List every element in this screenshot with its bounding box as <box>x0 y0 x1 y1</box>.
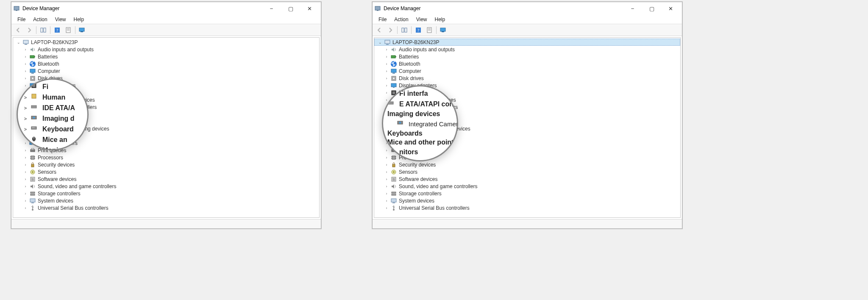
maximize-button[interactable]: ▢ <box>281 2 300 15</box>
show-hide-console-button[interactable] <box>38 25 48 35</box>
tree-item[interactable]: ›Imaging devices <box>13 111 319 118</box>
close-button[interactable]: ✕ <box>300 2 319 15</box>
tree-item[interactable]: ›Sound, video and game controllers <box>374 183 680 190</box>
tree-item[interactable]: ›Audio inputs and outputs <box>374 46 680 53</box>
chevron-right-icon[interactable]: › <box>384 169 389 175</box>
tree-item[interactable]: ›Monitors <box>374 132 680 139</box>
device-tree[interactable]: ⌄LAPTOP-B26KN23P›Audio inputs and output… <box>13 37 320 218</box>
chevron-right-icon[interactable]: › <box>22 162 28 168</box>
tree-item[interactable]: ›IDE ATA/ATAPI controllers <box>13 103 319 111</box>
chevron-right-icon[interactable]: › <box>384 119 389 125</box>
chevron-right-icon[interactable]: › <box>22 47 28 53</box>
tree-root[interactable]: ⌄LAPTOP-B26KN23P <box>13 39 319 46</box>
chevron-right-icon[interactable]: › <box>22 83 28 89</box>
forward-button[interactable] <box>24 25 34 35</box>
close-button[interactable]: ✕ <box>661 2 680 15</box>
chevron-right-icon[interactable]: › <box>22 183 28 189</box>
chevron-right-icon[interactable]: › <box>22 205 28 211</box>
menu-file[interactable]: File <box>375 16 390 23</box>
menu-view[interactable]: View <box>52 16 70 23</box>
menu-help[interactable]: Help <box>431 16 449 23</box>
properties-button[interactable] <box>63 25 73 35</box>
tree-item[interactable]: ›Network adapters <box>13 139 319 147</box>
minimize-button[interactable]: − <box>623 2 642 15</box>
tree-item[interactable]: ›Processors <box>374 154 680 161</box>
tree-item[interactable]: ›Storage controllers <box>374 190 680 197</box>
back-button[interactable] <box>374 25 384 35</box>
chevron-right-icon[interactable]: › <box>22 111 28 117</box>
forward-button[interactable] <box>385 25 395 35</box>
chevron-right-icon[interactable]: › <box>22 54 28 60</box>
chevron-right-icon[interactable]: › <box>384 54 389 60</box>
chevron-right-icon[interactable]: › <box>384 97 389 103</box>
back-button[interactable] <box>13 25 23 35</box>
chevron-right-icon[interactable]: › <box>22 176 28 182</box>
chevron-right-icon[interactable]: › <box>384 126 389 132</box>
chevron-right-icon[interactable]: › <box>384 75 389 81</box>
tree-item[interactable]: ›Firmware <box>374 89 680 96</box>
tree-item[interactable]: ›Batteries <box>13 53 319 60</box>
tree-item[interactable]: ›Print queues <box>374 147 680 154</box>
chevron-right-icon[interactable]: › <box>384 176 389 182</box>
tree-item[interactable]: ›Bluetooth <box>13 60 319 67</box>
chevron-right-icon[interactable]: › <box>384 147 389 153</box>
tree-item[interactable]: ›Batteries <box>374 53 680 60</box>
chevron-right-icon[interactable]: › <box>384 61 389 67</box>
scan-hardware-button[interactable] <box>438 25 448 35</box>
device-tree[interactable]: ⌄LAPTOP-B26KN23P›Audio inputs and output… <box>374 37 681 218</box>
chevron-right-icon[interactable]: › <box>22 147 28 153</box>
tree-item[interactable]: ›Display adapters <box>13 82 319 89</box>
tree-item[interactable]: ›Human Interface Devices <box>374 96 680 103</box>
chevron-right-icon[interactable]: › <box>384 140 389 146</box>
tree-item[interactable]: ›Computer <box>374 67 680 75</box>
chevron-right-icon[interactable]: › <box>384 155 389 161</box>
tree-item[interactable]: ›Bluetooth <box>374 60 680 67</box>
chevron-right-icon[interactable]: › <box>384 198 389 204</box>
tree-item[interactable]: ›Security devices <box>374 161 680 168</box>
menu-action[interactable]: Action <box>391 16 412 23</box>
help-button[interactable]: ? <box>413 25 423 35</box>
tree-item[interactable]: ›Disk drives <box>374 75 680 82</box>
chevron-right-icon[interactable]: › <box>384 68 389 74</box>
chevron-right-icon[interactable]: › <box>22 75 28 81</box>
chevron-right-icon[interactable]: › <box>22 97 28 103</box>
tree-item[interactable]: ›Print queues <box>13 147 319 154</box>
menu-action[interactable]: Action <box>30 16 50 23</box>
tree-item[interactable]: ›Human Interface Devices <box>13 96 319 103</box>
menu-help[interactable]: Help <box>70 16 88 23</box>
help-button[interactable]: ? <box>52 25 62 35</box>
scan-hardware-button[interactable] <box>77 25 87 35</box>
tree-item[interactable]: ›Mice and other pointing devices <box>13 125 319 132</box>
chevron-right-icon[interactable]: › <box>384 104 389 110</box>
chevron-right-icon[interactable]: › <box>22 68 28 74</box>
tree-item[interactable]: ›Audio inputs and outputs <box>13 46 319 53</box>
chevron-right-icon[interactable]: › <box>22 126 28 132</box>
tree-item[interactable]: ›Security devices <box>13 161 319 168</box>
chevron-right-icon[interactable]: › <box>384 111 389 117</box>
tree-item[interactable]: ›System devices <box>374 197 680 204</box>
chevron-right-icon[interactable]: › <box>384 90 389 96</box>
chevron-right-icon[interactable]: › <box>384 83 389 89</box>
show-hide-console-button[interactable] <box>399 25 409 35</box>
tree-item[interactable]: ›Keyboards <box>374 118 680 125</box>
tree-item[interactable]: ›SSoftware devices <box>13 175 319 183</box>
chevron-right-icon[interactable]: › <box>22 119 28 125</box>
chevron-right-icon[interactable]: › <box>22 191 28 197</box>
chevron-right-icon[interactable]: › <box>384 162 389 168</box>
chevron-right-icon[interactable]: › <box>22 104 28 110</box>
tree-root[interactable]: ⌄LAPTOP-B26KN23P <box>374 39 680 46</box>
tree-item[interactable]: ›IDE ATA/ATAPI controllers <box>374 103 680 111</box>
tree-item[interactable]: ›Keyboards <box>13 118 319 125</box>
chevron-right-icon[interactable]: › <box>22 133 28 139</box>
menu-file[interactable]: File <box>14 16 29 23</box>
tree-item[interactable]: ›Monitors <box>13 132 319 139</box>
chevron-right-icon[interactable]: › <box>22 198 28 204</box>
chevron-right-icon[interactable]: › <box>384 191 389 197</box>
chevron-down-icon[interactable]: ⌄ <box>16 39 22 45</box>
tree-item[interactable]: ›Network adapters <box>374 139 680 147</box>
chevron-right-icon[interactable]: › <box>22 169 28 175</box>
tree-item[interactable]: ›Universal Serial Bus controllers <box>13 204 319 211</box>
maximize-button[interactable]: ▢ <box>642 2 661 15</box>
menu-view[interactable]: View <box>413 16 431 23</box>
tree-item[interactable]: ›Firmware <box>13 89 319 96</box>
